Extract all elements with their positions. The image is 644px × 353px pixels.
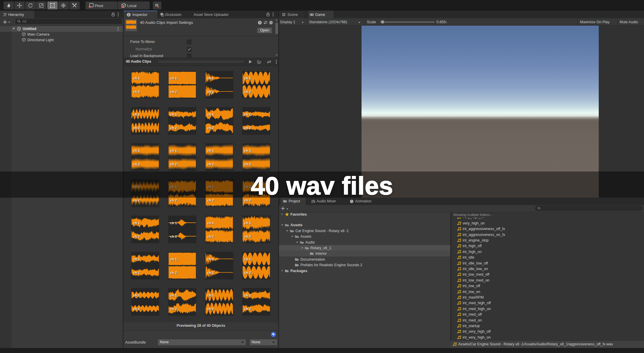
svg-text:ch 2: ch 2 (133, 307, 140, 311)
svg-text:ch 2: ch 2 (207, 271, 214, 274)
svg-text:ch 2: ch 2 (170, 307, 177, 311)
svg-text:ch 1: ch 1 (244, 221, 251, 225)
svg-text:ch 2: ch 2 (244, 271, 251, 274)
svg-text:?: ? (259, 21, 261, 24)
svg-text:ch 2: ch 2 (133, 199, 140, 202)
svg-text:ch 2: ch 2 (133, 235, 140, 238)
svg-text:ch 1: ch 1 (244, 113, 251, 116)
svg-text:ch 1: ch 1 (133, 294, 140, 297)
svg-text:ch 2: ch 2 (207, 199, 214, 202)
svg-text:ch 2: ch 2 (133, 162, 140, 166)
svg-text:ch 1: ch 1 (170, 257, 177, 261)
svg-text:ch 2: ch 2 (244, 235, 251, 238)
svg-text:ch 2: ch 2 (133, 90, 140, 94)
svg-text:ch 1: ch 1 (133, 76, 140, 80)
svg-text:ch 1: ch 1 (207, 294, 214, 297)
svg-text:ch 1: ch 1 (244, 76, 251, 80)
svg-text:ch 2: ch 2 (207, 162, 214, 166)
svg-text:ch 2: ch 2 (170, 271, 177, 274)
svg-text:ch 2: ch 2 (244, 199, 251, 202)
svg-text:ch 2: ch 2 (133, 126, 140, 130)
svg-text:ch 2: ch 2 (170, 126, 177, 130)
svg-text:ch 1: ch 1 (133, 113, 140, 116)
svg-text:ch 1: ch 1 (170, 149, 177, 152)
svg-text:ch 1: ch 1 (170, 113, 177, 116)
svg-text:ch 1: ch 1 (133, 221, 140, 225)
svg-text:ch 1: ch 1 (207, 149, 214, 152)
svg-text:ch 1: ch 1 (244, 149, 251, 152)
svg-text:ch 1: ch 1 (207, 76, 214, 80)
svg-text:ch 1: ch 1 (207, 221, 214, 225)
svg-text:ch 1: ch 1 (133, 149, 140, 152)
svg-text:ch 2: ch 2 (244, 162, 251, 166)
svg-text:ch 2: ch 2 (170, 199, 177, 202)
svg-text:ch 2: ch 2 (207, 90, 214, 94)
svg-text:ch 2: ch 2 (244, 126, 251, 130)
svg-text:ch 1: ch 1 (170, 294, 177, 297)
svg-text:ch 1: ch 1 (207, 257, 214, 261)
svg-text:ch 1: ch 1 (133, 257, 140, 261)
svg-text:ch 1: ch 1 (170, 221, 177, 225)
svg-text:ch 2: ch 2 (207, 126, 214, 130)
svg-text:ch 1: ch 1 (170, 76, 177, 80)
svg-text:ch 2: ch 2 (207, 235, 214, 238)
svg-text:ch 1: ch 1 (207, 113, 214, 116)
svg-text:ch 1: ch 1 (244, 294, 251, 297)
svg-text:ch 2: ch 2 (170, 235, 177, 238)
svg-text:ch 2: ch 2 (244, 307, 251, 311)
svg-text:ch 2: ch 2 (170, 162, 177, 166)
svg-text:ch 1: ch 1 (244, 257, 251, 261)
svg-text:ch 2: ch 2 (133, 271, 140, 274)
svg-text:ch 2: ch 2 (207, 307, 214, 311)
svg-text:ch 2: ch 2 (170, 90, 177, 94)
svg-text:ch 2: ch 2 (244, 90, 251, 94)
